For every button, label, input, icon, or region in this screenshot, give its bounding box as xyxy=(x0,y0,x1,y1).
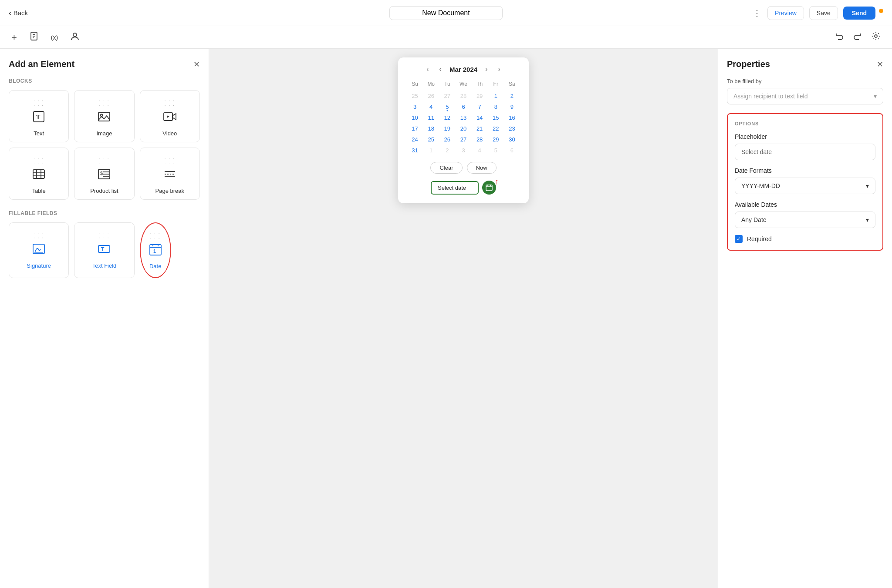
fillable-item-signature[interactable]: · · ·· · · Signature xyxy=(9,222,69,278)
cal-cell[interactable]: 2 xyxy=(439,145,455,156)
cal-cell[interactable]: 13 xyxy=(455,112,471,123)
fillable-item-text-field[interactable]: · · ·· · · T Text Field xyxy=(74,222,134,278)
cal-prev-prev-button[interactable]: ‹ xyxy=(424,64,431,74)
cal-day-fr: Fr xyxy=(488,79,504,91)
fillable-label-text-field: Text Field xyxy=(92,262,117,269)
select-date-field[interactable]: Select date xyxy=(431,181,479,195)
calendar-now-button[interactable]: Now xyxy=(467,162,497,174)
cal-next-next-button[interactable]: › xyxy=(495,64,503,74)
placeholder-input[interactable] xyxy=(735,144,875,160)
close-panel-button[interactable]: ✕ xyxy=(193,60,200,69)
drag-dots: · · ·· · · xyxy=(34,156,44,165)
cal-cell[interactable]: 25 xyxy=(407,91,423,101)
cal-cell[interactable]: 4 xyxy=(472,145,488,156)
user-button[interactable] xyxy=(68,30,82,45)
document-button[interactable] xyxy=(27,30,41,45)
cal-cell[interactable]: 19 xyxy=(439,123,455,134)
signature-icon xyxy=(32,242,46,259)
cal-cell[interactable]: 26 xyxy=(423,91,439,101)
block-item-table[interactable]: · · ·· · · Table xyxy=(9,148,69,200)
block-item-text[interactable]: · · ·· · · T Text xyxy=(9,90,69,142)
cal-cell[interactable]: 1 xyxy=(423,145,439,156)
cal-cell[interactable]: 1 xyxy=(488,91,504,101)
back-button[interactable]: Back xyxy=(9,8,28,18)
cal-cell[interactable]: 10 xyxy=(407,112,423,123)
cal-cell[interactable]: 18 xyxy=(423,123,439,134)
cal-prev-button[interactable]: ‹ xyxy=(437,64,444,74)
right-panel-header: Properties ✕ xyxy=(727,59,883,69)
available-dates-dropdown[interactable]: Any Date ▾ xyxy=(735,212,875,228)
save-button[interactable]: Save xyxy=(809,6,838,20)
block-item-video[interactable]: · · ·· · · Video xyxy=(140,90,200,142)
send-button[interactable]: Send xyxy=(843,7,875,20)
cal-cell[interactable]: 9 xyxy=(504,101,520,112)
cal-cell[interactable]: 26 xyxy=(439,134,455,145)
block-label-table: Table xyxy=(32,188,46,194)
blocks-label: BLOCKS xyxy=(9,78,200,84)
preview-button[interactable]: Preview xyxy=(767,6,804,20)
cal-cell[interactable]: 31 xyxy=(407,145,423,156)
calendar-clear-button[interactable]: Clear xyxy=(430,162,462,174)
redo-button[interactable] xyxy=(850,30,865,45)
cal-next-button[interactable]: › xyxy=(483,64,490,74)
undo-button[interactable] xyxy=(832,30,847,45)
add-element-button[interactable]: + xyxy=(9,30,20,45)
cal-cell[interactable]: 28 xyxy=(472,134,488,145)
cal-cell[interactable]: 6 xyxy=(504,145,520,156)
red-arrow-icon: ↑ xyxy=(495,177,499,186)
block-item-product-list[interactable]: · · ·· · · $ Product list xyxy=(74,148,134,200)
cal-cell[interactable]: 4 xyxy=(423,101,439,112)
cal-cell[interactable]: 24 xyxy=(407,134,423,145)
variable-button[interactable]: (x) xyxy=(48,32,61,43)
calendar-header: ‹ ‹ Mar 2024 › › xyxy=(407,64,520,74)
cal-cell[interactable]: 8 xyxy=(488,101,504,112)
cal-cell[interactable]: 29 xyxy=(472,91,488,101)
close-right-panel-button[interactable]: ✕ xyxy=(877,60,883,69)
blocks-grid: · · ·· · · T Text · · ·· · · Image · · ·… xyxy=(9,90,200,200)
fillable-item-date-wrap: · · ·· · · 1 Date xyxy=(140,222,200,278)
cal-cell[interactable]: 12 xyxy=(439,112,455,123)
cal-day-mo: Mo xyxy=(423,79,439,91)
cal-cell[interactable]: 3 xyxy=(455,145,471,156)
cal-cell[interactable]: 7 xyxy=(472,101,488,112)
settings-button[interactable] xyxy=(868,30,883,45)
cal-cell[interactable]: 21 xyxy=(472,123,488,134)
cal-cell[interactable]: 22 xyxy=(488,123,504,134)
required-checkbox[interactable] xyxy=(735,235,743,243)
cal-cell[interactable]: 6 xyxy=(455,101,471,112)
cal-cell[interactable]: 29 xyxy=(488,134,504,145)
cal-cell[interactable]: 20 xyxy=(455,123,471,134)
date-format-dropdown[interactable]: YYYY-MM-DD ▾ xyxy=(735,178,875,194)
block-label-text: Text xyxy=(34,130,44,137)
more-button[interactable]: ⋮ xyxy=(753,8,762,18)
cal-cell[interactable]: 17 xyxy=(407,123,423,134)
cal-cell[interactable]: 3 xyxy=(407,101,423,112)
cal-cell[interactable]: 2 xyxy=(504,91,520,101)
cal-cell[interactable]: 15 xyxy=(488,112,504,123)
cal-cell[interactable]: 5● xyxy=(439,101,455,112)
options-title: OPTIONS xyxy=(735,121,875,126)
assign-recipient-dropdown[interactable]: Assign recipient to text field ▾ xyxy=(727,88,883,104)
drag-dots: · · ·· · · xyxy=(99,156,110,165)
block-item-page-break[interactable]: · · ·· · · Page break xyxy=(140,148,200,200)
doc-title-input[interactable] xyxy=(389,6,503,20)
cal-cell[interactable]: 30 xyxy=(504,134,520,145)
block-label-page-break: Page break xyxy=(155,188,185,194)
calendar-icon-button[interactable] xyxy=(482,181,496,195)
block-item-image[interactable]: · · ·· · · Image xyxy=(74,90,134,142)
cal-cell[interactable]: 23 xyxy=(504,123,520,134)
svg-rect-8 xyxy=(98,112,110,121)
svg-point-5 xyxy=(875,35,877,37)
cal-cell[interactable]: 27 xyxy=(439,91,455,101)
cal-cell[interactable]: 27 xyxy=(455,134,471,145)
fillable-label: FILLABLE FIELDS xyxy=(9,210,200,216)
cal-cell[interactable]: 16 xyxy=(504,112,520,123)
cal-cell[interactable]: 11 xyxy=(423,112,439,123)
notification-dot xyxy=(879,9,883,13)
doc-title-wrap xyxy=(389,6,503,20)
cal-cell[interactable]: 5 xyxy=(488,145,504,156)
fillable-item-date[interactable]: · · ·· · · 1 Date xyxy=(145,228,166,273)
cal-cell[interactable]: 14 xyxy=(472,112,488,123)
cal-cell[interactable]: 25 xyxy=(423,134,439,145)
cal-cell[interactable]: 28 xyxy=(455,91,471,101)
